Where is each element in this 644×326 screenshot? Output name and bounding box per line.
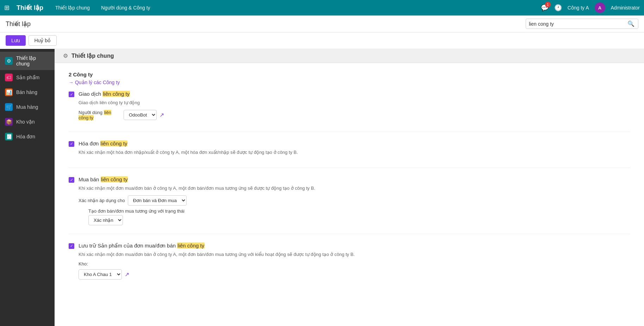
thietlap-icon: ⚙	[5, 57, 13, 65]
nguoi-dung-field-row: Người dùng liêncông ty OdooBot ↗	[79, 110, 630, 120]
highlight-lien-cong-ty-4: liên công ty	[101, 176, 128, 182]
setting-luu-tru-row: ✓ Lưu trữ Sản phẩm của đơn mua/đơn bán l…	[69, 243, 630, 249]
kho-field-row: Kho:	[79, 261, 630, 267]
checkbox-luu-tru[interactable]: ✓	[69, 243, 74, 249]
main-layout: ⚙ Thiết lập chung 🏷 Sản phẩm 📊 Bán hàng …	[0, 49, 644, 326]
setting-mua-ban-row: ✓ Mua bán liên công ty	[69, 176, 630, 183]
mua-ban-field-group: Xác nhận áp dụng cho Đơn bán và Đơn mua …	[79, 195, 630, 225]
notification-btn[interactable]: 💬 1	[541, 4, 549, 12]
topbar: ⊞ Thiết lập Thiết lập chung Người dùng &…	[0, 0, 644, 15]
top-nav: Thiết lập chung Người dùng & Công ty	[50, 2, 534, 13]
xac-nhan-field-row: Xác nhận áp dụng cho Đơn bán và Đơn mua	[79, 195, 630, 206]
notification-badge: 1	[545, 2, 551, 7]
search-input[interactable]	[529, 21, 627, 27]
company-name: Công ty A	[568, 5, 589, 11]
setting-mua-ban-label: Mua bán liên công ty	[79, 176, 128, 182]
checkbox-giao-dich[interactable]: ✓	[69, 92, 74, 97]
company-info: 2 Công ty → Quản lý các Công ty	[69, 71, 630, 85]
tao-don-label: Tạo đơn bán/đơn mua tương ứng với trạng …	[88, 208, 630, 214]
xac-nhan-label: Xác nhận áp dụng cho	[79, 198, 125, 203]
nav-thietlap-chung[interactable]: Thiết lập chung	[50, 2, 95, 13]
setting-hoa-don-row: ✓ Hóa đơn liên công ty	[69, 140, 630, 147]
content-area: ⚙ Thiết lập chung 2 Công ty → Quản lý cá…	[55, 49, 644, 326]
section-header-title: Thiết lập chung	[71, 52, 114, 59]
setting-mua-ban-desc: Khi xác nhận một đơn mua/đơn bán ở công …	[79, 185, 630, 192]
checkbox-hoa-don[interactable]: ✓	[69, 141, 74, 147]
luu-tru-field-group: Kho: Kho A Chau 1 ↗	[79, 261, 630, 280]
kho-icon: 📦	[5, 118, 13, 126]
highlight-lien-cong-ty-1: liên công ty	[102, 91, 130, 97]
app-logo: Thiết lập	[17, 4, 43, 12]
tao-don-row: Tạo đơn bán/đơn mua tương ứng với trạng …	[88, 208, 630, 225]
kho-label: Kho:	[79, 261, 121, 267]
username: Administrator	[611, 5, 640, 11]
nguoi-dung-label: Người dùng liêncông ty	[79, 110, 121, 120]
section-header: ⚙ Thiết lập chung	[55, 49, 644, 63]
sidebar: ⚙ Thiết lập chung 🏷 Sản phẩm 📊 Bán hàng …	[0, 49, 55, 326]
highlight-lien-cong-ty-5: liên công ty	[177, 243, 205, 249]
section-header-icon: ⚙	[63, 52, 68, 59]
sidebar-label-banhang: Bán hàng	[16, 89, 37, 95]
sidebar-label-thietlap: Thiết lập chung	[16, 55, 50, 67]
sidebar-item-hoadon[interactable]: 🧾 Hóa đơn	[0, 129, 55, 144]
setting-luu-tru-desc: Khi xác nhận một đơn mua/đơn bán ở công …	[79, 251, 630, 258]
grid-icon[interactable]: ⊞	[4, 4, 10, 12]
muahang-icon: 🛒	[5, 103, 13, 111]
kho-select[interactable]: Kho A Chau 1	[79, 269, 122, 280]
manage-companies-link[interactable]: → Quản lý các Công ty	[69, 80, 630, 85]
highlight-lien-cong-ty-3: liên công ty	[100, 140, 128, 146]
setting-hoa-don-desc: Khi xác nhận một hóa đơn nhập/xuất ở côn…	[79, 149, 630, 156]
nguoi-dung-select[interactable]: OdooBot	[124, 110, 157, 120]
banhang-icon: 📊	[5, 88, 13, 96]
hoadon-icon: 🧾	[5, 133, 13, 140]
actionbar: Lưu Huỷ bỏ	[0, 32, 644, 49]
kho-select-row: Kho A Chau 1 ↗	[79, 269, 630, 280]
sidebar-item-muahang[interactable]: 🛒 Mua hàng	[0, 100, 55, 114]
app-name: Thiết lập	[17, 4, 43, 12]
giao-dich-field-group: Người dùng liêncông ty OdooBot ↗	[79, 110, 630, 120]
sanpham-icon: 🏷	[5, 74, 13, 81]
company-count: 2 Công ty	[69, 71, 630, 77]
kho-external-link[interactable]: ↗	[125, 271, 129, 278]
setting-hoa-don: ✓ Hóa đơn liên công ty Khi xác nhận một …	[69, 140, 630, 168]
search-box: 🔍	[526, 19, 638, 29]
setting-giao-dich-label: Giao dịch liên công ty	[79, 91, 130, 97]
sidebar-label-muahang: Mua hàng	[16, 104, 38, 110]
setting-giao-dich-row: ✓ Giao dịch liên công ty	[69, 91, 630, 97]
setting-giao-dich: ✓ Giao dịch liên công ty Giao dịch liên …	[69, 91, 630, 132]
setting-mua-ban: ✓ Mua bán liên công ty Khi xác nhận một …	[69, 176, 630, 234]
setting-hoa-don-label: Hóa đơn liên công ty	[79, 140, 127, 147]
setting-luu-tru-label: Lưu trữ Sản phẩm của đơn mua/đơn bán liê…	[79, 243, 205, 249]
setting-giao-dich-desc: Giao dịch liên công ty tự động	[79, 99, 630, 106]
nguoi-dung-external-link[interactable]: ↗	[160, 112, 164, 118]
sidebar-item-banhang[interactable]: 📊 Bán hàng	[0, 85, 55, 100]
sidebar-item-sanpham[interactable]: 🏷 Sản phẩm	[0, 70, 55, 85]
content-body: 2 Công ty → Quản lý các Công ty ✓ Giao d…	[55, 63, 644, 326]
nav-nguoi-dung-cong-ty[interactable]: Người dùng & Công ty	[96, 2, 155, 13]
clock-btn[interactable]: 🕐	[554, 4, 562, 12]
page-title: Thiết lập	[6, 20, 31, 28]
sidebar-label-kho: Kho vận	[16, 119, 35, 125]
sidebar-label-hoadon: Hóa đơn	[16, 134, 35, 139]
cancel-button[interactable]: Huỷ bỏ	[29, 35, 57, 46]
save-button[interactable]: Lưu	[6, 35, 26, 46]
sidebar-item-thietlap[interactable]: ⚙ Thiết lập chung	[0, 52, 55, 70]
sidebar-item-kho[interactable]: 📦 Kho vận	[0, 114, 55, 129]
sidebar-label-sanpham: Sản phẩm	[16, 75, 39, 80]
tao-don-dropdown: Xác nhận	[88, 215, 630, 225]
xac-nhan-select[interactable]: Đơn bán và Đơn mua	[128, 195, 187, 206]
topbar-right: 💬 1 🕐 Công ty A A Administrator	[541, 2, 640, 13]
setting-luu-tru: ✓ Lưu trữ Sản phẩm của đơn mua/đơn bán l…	[69, 243, 630, 291]
search-icon[interactable]: 🔍	[627, 20, 634, 27]
tao-don-select[interactable]: Xác nhận	[88, 215, 123, 225]
avatar: A	[595, 2, 605, 13]
checkbox-mua-ban[interactable]: ✓	[69, 177, 74, 183]
highlight-lien-2: liêncông ty	[79, 110, 111, 120]
secondbar: Thiết lập 🔍	[0, 15, 644, 32]
